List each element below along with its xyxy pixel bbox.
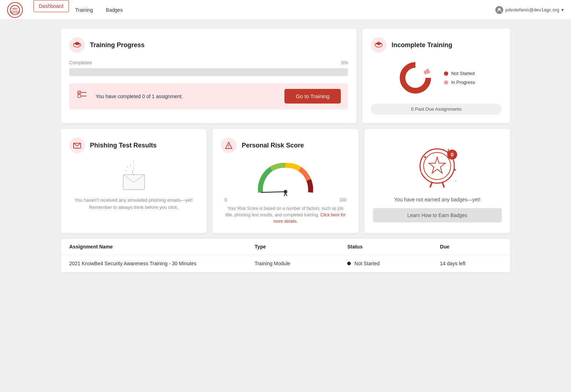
- navbar: AGC THE CONSTRUCTION ASSOCIATION Dashboa…: [0, 0, 571, 20]
- in-progress-label: In Progress: [451, 80, 475, 85]
- assignments-table: Assignment Name Type Status Due 2021 Kno…: [61, 239, 510, 272]
- svg-text:✦: ✦: [423, 154, 427, 160]
- status-text: Not Started: [354, 261, 380, 266]
- phishing-body: You haven't received any simulated phish…: [69, 197, 198, 211]
- not-started-dot: [444, 71, 448, 76]
- assignment-left: You have completed 0 of 1 assignment.: [76, 90, 183, 103]
- gauge-chart: 0: [253, 160, 318, 196]
- risk-title: Personal Risk Score: [242, 142, 304, 149]
- phishing-graphic: [69, 160, 198, 192]
- svg-point-11: [405, 68, 425, 88]
- training-icon-circle: [69, 37, 85, 53]
- bottom-grid: Phishing Test Results You haven't receiv…: [61, 129, 510, 233]
- training-progress-card: Training Progress Completed 0%: [61, 29, 357, 123]
- badges-card: ✦ ✦ ✦ ✦ 0 You have not earned any badges…: [364, 129, 510, 233]
- assignment-text: You have completed 0 of 1 assignment.: [96, 94, 183, 99]
- incomplete-training-title: Incomplete Training: [391, 41, 452, 49]
- svg-line-15: [127, 166, 128, 168]
- svg-text:0: 0: [284, 192, 287, 196]
- assignment-banner: You have completed 0 of 1 assignment. Go…: [69, 83, 348, 109]
- nav-links: Dashboard Training Badges: [34, 0, 129, 20]
- phishing-header: Phishing Test Results: [69, 137, 198, 153]
- svg-text:0: 0: [451, 152, 454, 157]
- user-dropdown-icon[interactable]: ▾: [561, 7, 564, 12]
- completed-label: Completed: [69, 60, 92, 65]
- go-to-training-button[interactable]: Go to Training: [284, 89, 341, 104]
- user-email: pdestefanis@dev1agc.org: [505, 7, 559, 12]
- not-started-label: Not Started: [451, 71, 475, 76]
- gauge-min: 0: [224, 197, 227, 202]
- svg-text:✦: ✦: [453, 167, 457, 172]
- in-progress-dot: [444, 80, 448, 85]
- incomplete-icon-circle: [371, 37, 386, 53]
- col-name: Assignment Name: [69, 244, 254, 250]
- risk-icon-circle: [221, 137, 237, 153]
- top-grid: Training Progress Completed 0%: [61, 29, 510, 123]
- donut-chart: [398, 60, 433, 96]
- donut-area: Not Started In Progress: [371, 60, 502, 96]
- svg-line-17: [125, 170, 127, 171]
- gauge-max: 100: [339, 197, 347, 202]
- progress-label-row: Completed 0%: [69, 60, 348, 65]
- svg-text:✦: ✦: [454, 179, 457, 183]
- risk-details-link[interactable]: Click here for more details.: [273, 212, 346, 224]
- risk-score-card: Personal Risk Score: [212, 129, 358, 233]
- phishing-icon-circle: [69, 137, 85, 153]
- phishing-card: Phishing Test Results You haven't receiv…: [61, 129, 207, 233]
- nav-user[interactable]: pdestefanis@dev1agc.org ▾: [495, 6, 564, 14]
- svg-text:ASSOCIATION: ASSOCIATION: [10, 12, 20, 14]
- risk-body: Your Risk Score is based on a number of …: [221, 205, 350, 225]
- main-content: Training Progress Completed 0%: [54, 20, 517, 281]
- row-due: 14 days left: [440, 261, 502, 266]
- nav-badges[interactable]: Badges: [100, 0, 129, 20]
- svg-text:AGC: AGC: [12, 7, 18, 10]
- svg-text:✦: ✦: [420, 170, 423, 174]
- col-due: Due: [440, 244, 502, 250]
- donut-legend: Not Started In Progress: [444, 71, 475, 85]
- legend-not-started: Not Started: [444, 71, 475, 76]
- assignment-checklist-icon: [76, 90, 88, 103]
- no-badges-text: You have not earned any badges—yet!: [373, 197, 502, 202]
- status-dot: [347, 262, 351, 265]
- nav-dashboard[interactable]: Dashboard: [34, 0, 69, 12]
- gauge-labels: 0 100: [221, 197, 350, 202]
- col-type: Type: [254, 244, 347, 250]
- completed-pct: 0%: [342, 60, 348, 65]
- table-header: Assignment Name Type Status Due: [61, 239, 510, 255]
- row-status: Not Started: [347, 261, 440, 266]
- row-type: Training Module: [254, 261, 347, 266]
- logo-icon: AGC THE CONSTRUCTION ASSOCIATION: [7, 2, 23, 18]
- svg-line-20: [261, 192, 286, 192]
- svg-line-16: [130, 165, 131, 167]
- table-row: 2021 KnowBe4 Security Awareness Training…: [61, 255, 510, 272]
- learn-badges-button[interactable]: Learn How to Earn Badges: [373, 208, 502, 222]
- training-progress-title: Training Progress: [90, 41, 145, 49]
- gauge-area: 0: [221, 160, 350, 196]
- past-due-button[interactable]: 0 Past Due Assignments: [371, 104, 502, 115]
- badge-graphic: ✦ ✦ ✦ ✦ 0: [373, 141, 502, 191]
- col-status: Status: [347, 244, 440, 250]
- phishing-title: Phishing Test Results: [90, 142, 157, 149]
- incomplete-training-card: Incomplete Training Not Started: [362, 29, 510, 123]
- incomplete-training-header: Incomplete Training: [371, 37, 502, 53]
- risk-header: Personal Risk Score: [221, 137, 350, 153]
- logo: AGC THE CONSTRUCTION ASSOCIATION: [7, 2, 23, 18]
- row-name: 2021 KnowBe4 Security Awareness Training…: [69, 261, 254, 266]
- svg-rect-6: [78, 95, 81, 97]
- user-icon: [495, 6, 503, 14]
- progress-bar-bg: [69, 68, 348, 76]
- nav-training[interactable]: Training: [69, 0, 100, 20]
- training-progress-header: Training Progress: [69, 37, 348, 53]
- svg-point-19: [228, 147, 229, 148]
- legend-in-progress: In Progress: [444, 80, 475, 85]
